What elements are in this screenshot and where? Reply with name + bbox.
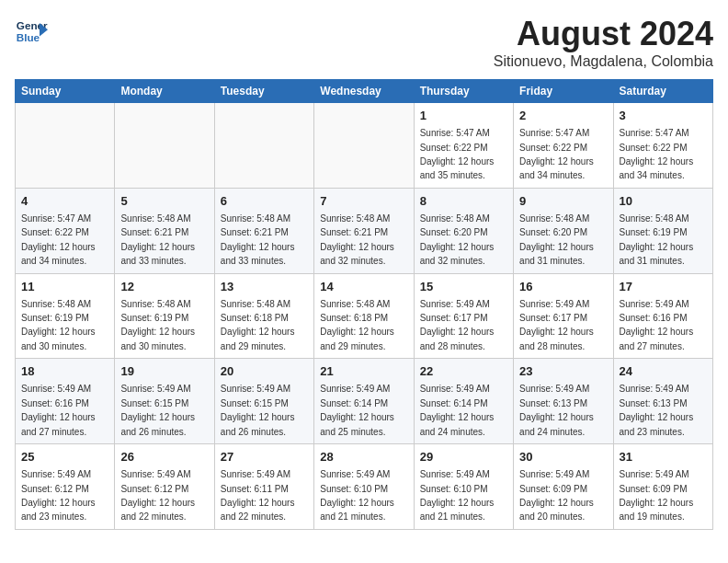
day-number: 8 xyxy=(420,193,507,210)
day-number: 16 xyxy=(519,279,607,295)
day-number: 20 xyxy=(221,363,308,380)
calendar-cell: 4Sunrise: 5:47 AM Sunset: 6:22 PM Daylig… xyxy=(16,188,115,273)
week-row-4: 18Sunrise: 5:49 AM Sunset: 6:16 PM Dayli… xyxy=(16,359,713,444)
day-info: Sunrise: 5:48 AM Sunset: 6:19 PM Dayligh… xyxy=(120,299,195,351)
day-info: Sunrise: 5:49 AM Sunset: 6:14 PM Dayligh… xyxy=(420,384,495,436)
day-number: 5 xyxy=(120,193,208,210)
day-info: Sunrise: 5:49 AM Sunset: 6:13 PM Dayligh… xyxy=(620,384,694,436)
calendar-cell: 1Sunrise: 5:47 AM Sunset: 6:22 PM Daylig… xyxy=(414,103,513,189)
column-header-sunday: Sunday xyxy=(16,80,115,103)
calendar-cell: 26Sunrise: 5:49 AM Sunset: 6:12 PM Dayli… xyxy=(115,444,214,530)
calendar-cell: 17Sunrise: 5:49 AM Sunset: 6:16 PM Dayli… xyxy=(613,273,712,359)
column-header-saturday: Saturday xyxy=(613,80,712,103)
calendar-cell: 18Sunrise: 5:49 AM Sunset: 6:16 PM Dayli… xyxy=(16,359,115,444)
week-row-2: 4Sunrise: 5:47 AM Sunset: 6:22 PM Daylig… xyxy=(16,188,713,273)
calendar-cell: 30Sunrise: 5:49 AM Sunset: 6:09 PM Dayli… xyxy=(514,444,613,530)
calendar-cell: 5Sunrise: 5:48 AM Sunset: 6:21 PM Daylig… xyxy=(115,188,214,273)
day-info: Sunrise: 5:49 AM Sunset: 6:16 PM Dayligh… xyxy=(21,384,96,436)
day-info: Sunrise: 5:47 AM Sunset: 6:22 PM Dayligh… xyxy=(21,213,96,266)
calendar-cell: 25Sunrise: 5:49 AM Sunset: 6:12 PM Dayli… xyxy=(16,444,115,530)
calendar-cell: 2Sunrise: 5:47 AM Sunset: 6:22 PM Daylig… xyxy=(514,103,613,189)
day-info: Sunrise: 5:49 AM Sunset: 6:12 PM Dayligh… xyxy=(21,469,96,522)
calendar-cell: 23Sunrise: 5:49 AM Sunset: 6:13 PM Dayli… xyxy=(514,359,613,444)
calendar-header: SundayMondayTuesdayWednesdayThursdayFrid… xyxy=(16,80,713,103)
logo-icon: General Blue xyxy=(15,15,48,48)
logo: General Blue xyxy=(15,15,48,48)
day-number: 9 xyxy=(519,193,607,210)
calendar-cell: 20Sunrise: 5:49 AM Sunset: 6:15 PM Dayli… xyxy=(214,359,313,444)
column-header-wednesday: Wednesday xyxy=(314,80,414,103)
day-number: 26 xyxy=(120,449,208,465)
calendar-cell: 8Sunrise: 5:48 AM Sunset: 6:20 PM Daylig… xyxy=(414,188,513,273)
day-number: 7 xyxy=(320,193,407,210)
day-number: 31 xyxy=(620,449,707,465)
day-number: 28 xyxy=(320,449,407,465)
day-info: Sunrise: 5:49 AM Sunset: 6:17 PM Dayligh… xyxy=(420,299,495,351)
day-number: 2 xyxy=(519,108,607,124)
day-number: 4 xyxy=(21,193,108,210)
day-info: Sunrise: 5:48 AM Sunset: 6:18 PM Dayligh… xyxy=(320,299,394,351)
main-title: August 2024 xyxy=(494,15,713,53)
calendar-cell: 21Sunrise: 5:49 AM Sunset: 6:14 PM Dayli… xyxy=(314,359,414,444)
day-info: Sunrise: 5:49 AM Sunset: 6:11 PM Dayligh… xyxy=(221,469,295,522)
day-number: 15 xyxy=(420,279,507,295)
day-number: 22 xyxy=(420,363,507,380)
day-number: 25 xyxy=(21,449,108,465)
day-number: 13 xyxy=(221,279,308,295)
calendar-cell xyxy=(314,103,414,189)
column-header-tuesday: Tuesday xyxy=(214,80,313,103)
calendar-cell: 15Sunrise: 5:49 AM Sunset: 6:17 PM Dayli… xyxy=(414,273,513,359)
day-info: Sunrise: 5:47 AM Sunset: 6:22 PM Dayligh… xyxy=(519,128,594,180)
calendar-cell: 10Sunrise: 5:48 AM Sunset: 6:19 PM Dayli… xyxy=(613,188,712,273)
column-header-monday: Monday xyxy=(115,80,214,103)
week-row-1: 1Sunrise: 5:47 AM Sunset: 6:22 PM Daylig… xyxy=(16,103,713,189)
day-info: Sunrise: 5:49 AM Sunset: 6:13 PM Dayligh… xyxy=(519,384,594,436)
calendar-table: SundayMondayTuesdayWednesdayThursdayFrid… xyxy=(15,79,713,530)
calendar-cell: 14Sunrise: 5:48 AM Sunset: 6:18 PM Dayli… xyxy=(314,273,414,359)
day-number: 1 xyxy=(420,108,507,124)
subtitle: Sitionuevo, Magdalena, Colombia xyxy=(494,53,713,70)
calendar-cell: 22Sunrise: 5:49 AM Sunset: 6:14 PM Dayli… xyxy=(414,359,513,444)
day-info: Sunrise: 5:48 AM Sunset: 6:19 PM Dayligh… xyxy=(21,299,96,351)
day-number: 21 xyxy=(320,363,407,380)
calendar-cell: 13Sunrise: 5:48 AM Sunset: 6:18 PM Dayli… xyxy=(214,273,313,359)
calendar-cell: 28Sunrise: 5:49 AM Sunset: 6:10 PM Dayli… xyxy=(314,444,414,530)
day-info: Sunrise: 5:49 AM Sunset: 6:15 PM Dayligh… xyxy=(221,384,295,436)
svg-text:Blue: Blue xyxy=(17,31,40,43)
day-info: Sunrise: 5:48 AM Sunset: 6:19 PM Dayligh… xyxy=(620,213,694,266)
day-info: Sunrise: 5:48 AM Sunset: 6:20 PM Dayligh… xyxy=(420,213,495,266)
day-number: 10 xyxy=(620,193,707,210)
day-number: 11 xyxy=(21,279,108,295)
day-number: 6 xyxy=(221,193,308,210)
calendar-cell: 7Sunrise: 5:48 AM Sunset: 6:21 PM Daylig… xyxy=(314,188,414,273)
calendar-cell xyxy=(115,103,214,189)
calendar-cell xyxy=(16,103,115,189)
week-row-3: 11Sunrise: 5:48 AM Sunset: 6:19 PM Dayli… xyxy=(16,273,713,359)
day-info: Sunrise: 5:49 AM Sunset: 6:16 PM Dayligh… xyxy=(620,299,694,351)
day-number: 12 xyxy=(120,279,208,295)
day-number: 23 xyxy=(519,363,607,380)
day-info: Sunrise: 5:47 AM Sunset: 6:22 PM Dayligh… xyxy=(420,128,495,180)
calendar-cell: 9Sunrise: 5:48 AM Sunset: 6:20 PM Daylig… xyxy=(514,188,613,273)
day-number: 29 xyxy=(420,449,507,465)
calendar-cell: 24Sunrise: 5:49 AM Sunset: 6:13 PM Dayli… xyxy=(613,359,712,444)
day-number: 30 xyxy=(519,449,607,465)
day-info: Sunrise: 5:48 AM Sunset: 6:21 PM Dayligh… xyxy=(221,213,295,266)
calendar-cell: 6Sunrise: 5:48 AM Sunset: 6:21 PM Daylig… xyxy=(214,188,313,273)
calendar-cell: 11Sunrise: 5:48 AM Sunset: 6:19 PM Dayli… xyxy=(16,273,115,359)
calendar-cell: 29Sunrise: 5:49 AM Sunset: 6:10 PM Dayli… xyxy=(414,444,513,530)
day-number: 24 xyxy=(620,363,707,380)
calendar-cell: 16Sunrise: 5:49 AM Sunset: 6:17 PM Dayli… xyxy=(514,273,613,359)
day-number: 3 xyxy=(620,108,707,124)
day-info: Sunrise: 5:48 AM Sunset: 6:20 PM Dayligh… xyxy=(519,213,594,266)
day-info: Sunrise: 5:49 AM Sunset: 6:09 PM Dayligh… xyxy=(620,469,694,522)
calendar-cell: 27Sunrise: 5:49 AM Sunset: 6:11 PM Dayli… xyxy=(214,444,313,530)
day-number: 19 xyxy=(120,363,208,380)
column-header-thursday: Thursday xyxy=(414,80,513,103)
day-info: Sunrise: 5:48 AM Sunset: 6:21 PM Dayligh… xyxy=(320,213,394,266)
column-header-friday: Friday xyxy=(514,80,613,103)
week-row-5: 25Sunrise: 5:49 AM Sunset: 6:12 PM Dayli… xyxy=(16,444,713,530)
calendar-cell: 12Sunrise: 5:48 AM Sunset: 6:19 PM Dayli… xyxy=(115,273,214,359)
day-info: Sunrise: 5:49 AM Sunset: 6:14 PM Dayligh… xyxy=(320,384,394,436)
day-number: 14 xyxy=(320,279,407,295)
